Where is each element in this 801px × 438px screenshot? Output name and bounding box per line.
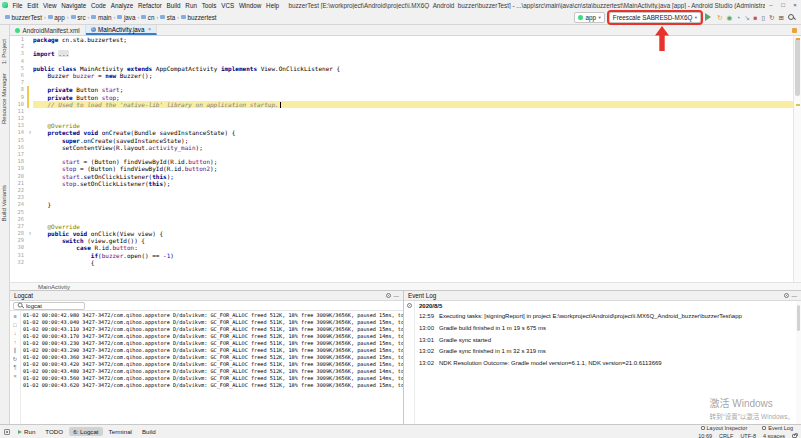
profiler-icon[interactable]: ◔ bbox=[736, 14, 740, 21]
logcat-filter-input[interactable]: logcat bbox=[13, 302, 85, 310]
debug-icon[interactable]: ◉ bbox=[727, 14, 733, 21]
code-line[interactable]: 4 bbox=[10, 58, 793, 65]
code-line[interactable]: 5public class MainActivity extends AppCo… bbox=[10, 65, 793, 72]
code-line[interactable]: 29 switch (view.getId()) { bbox=[10, 237, 793, 244]
tab-mainactivity-java[interactable]: CMainActivity.java× bbox=[86, 25, 158, 35]
tool-button-event-log[interactable]: Event Log bbox=[758, 424, 797, 432]
code-line[interactable]: 25 bbox=[10, 209, 793, 216]
run-configuration-select[interactable]: app ▾ bbox=[574, 12, 605, 23]
apply-changes-icon[interactable]: ↻ bbox=[717, 14, 722, 21]
logcat-output[interactable]: 01-02 00:00:42.980 3427-3472/com.qihoo.a… bbox=[21, 311, 403, 424]
override-icon[interactable]: ↑ bbox=[27, 230, 33, 237]
attach-debugger-icon[interactable]: ↘ bbox=[744, 14, 749, 21]
scroll-to-end-icon[interactable]: ↓ bbox=[14, 330, 17, 336]
code-line[interactable]: 14↑ protected void onCreate(Bundle saved… bbox=[10, 129, 793, 136]
tool-button-build[interactable]: Build bbox=[138, 427, 160, 436]
code-line[interactable]: 30 case R.id.button: bbox=[10, 244, 793, 251]
minimize-icon[interactable]: – bbox=[765, 0, 777, 10]
menu-vcs[interactable]: VCS bbox=[219, 2, 237, 9]
menu-code[interactable]: Code bbox=[89, 2, 109, 9]
menu-tools[interactable]: Tools bbox=[199, 2, 218, 9]
code-line[interactable]: 2 bbox=[10, 43, 793, 50]
code-line[interactable]: 20 start.setOnClickListener(this); bbox=[10, 173, 793, 180]
code-line[interactable]: 19 stop = (Button) findViewById(R.id.but… bbox=[10, 165, 793, 172]
code-line[interactable]: 16 setContentView(R.layout.activity_main… bbox=[10, 144, 793, 151]
breadcrumb-item[interactable]: java bbox=[116, 14, 136, 21]
code-line[interactable]: 24 } bbox=[10, 201, 793, 208]
scrollbar-thumb[interactable] bbox=[795, 38, 800, 96]
restart-icon[interactable]: ↻ bbox=[13, 356, 18, 362]
editor-scrollbar[interactable] bbox=[793, 36, 801, 282]
code-line[interactable]: 11 bbox=[10, 108, 793, 115]
breadcrumb-item[interactable]: sta bbox=[159, 14, 176, 21]
tool-button-terminal[interactable]: Terminal bbox=[105, 427, 136, 436]
code-line[interactable]: 28↑ public void onClick(View view) { bbox=[10, 230, 793, 237]
menu-help[interactable]: Help bbox=[264, 2, 282, 9]
scrollbar-thumb[interactable] bbox=[797, 305, 800, 331]
menu-window[interactable]: Window bbox=[237, 2, 264, 9]
breadcrumb-item[interactable]: cn bbox=[140, 14, 155, 21]
sync-project-icon[interactable]: ↻ bbox=[769, 14, 774, 21]
code-line[interactable]: 3import ... bbox=[10, 50, 793, 57]
code-area[interactable]: 1package cn.sta.buzzertest;23import ...4… bbox=[10, 36, 793, 282]
device-manager-icon[interactable]: ▯ bbox=[762, 14, 766, 21]
tool-stripe-1-project[interactable]: 1: Project bbox=[1, 39, 7, 64]
code-line[interactable]: 7 bbox=[10, 79, 793, 86]
code-line[interactable]: 32 { bbox=[10, 259, 793, 266]
hide-panel-icon[interactable]: — bbox=[394, 293, 400, 299]
close-icon[interactable]: × bbox=[148, 26, 151, 32]
event-log-settings-icon[interactable] bbox=[407, 303, 412, 308]
tool-button-6-logcat[interactable]: 6: Logcat bbox=[69, 427, 102, 436]
event-log-entries[interactable]: 2020/8/5 12:59Executing tasks: [signingR… bbox=[415, 301, 796, 424]
code-line[interactable]: 26 bbox=[10, 216, 793, 223]
menu-navigate[interactable]: Navigate bbox=[59, 2, 89, 9]
code-line[interactable]: 6 Buzzer buzzer = new Buzzer(); bbox=[10, 72, 793, 79]
file-encoding[interactable]: UTF-8 bbox=[740, 433, 756, 438]
snapshot-icon[interactable]: □ bbox=[13, 322, 16, 328]
clear-logcat-icon[interactable]: × bbox=[13, 373, 16, 379]
code-line[interactable]: 23 bbox=[10, 194, 793, 201]
breadcrumb-class[interactable]: MainActivity bbox=[38, 284, 70, 290]
tool-button-run[interactable]: Run bbox=[14, 427, 39, 436]
menu-view[interactable]: View bbox=[41, 2, 59, 9]
caret-position[interactable]: 10:69 bbox=[698, 433, 712, 438]
menu-refactor[interactable]: Refactor bbox=[136, 2, 165, 9]
settings-icon[interactable] bbox=[386, 293, 391, 298]
code-line[interactable]: 21 stop.setOnClickListener(this); bbox=[10, 180, 793, 187]
menu-edit[interactable]: Edit bbox=[25, 2, 41, 9]
code-line[interactable]: 17 bbox=[10, 151, 793, 158]
tab-androidmanifest-xml[interactable]: AndroidManifest.xml bbox=[10, 25, 86, 35]
hide-panel-icon[interactable]: — bbox=[792, 293, 798, 299]
code-line[interactable]: 31 if(buzzer.open() == -1) bbox=[10, 252, 793, 259]
breadcrumb-item[interactable]: app bbox=[47, 14, 66, 21]
code-line[interactable]: 10 // Used to load the 'native-lib' libr… bbox=[10, 101, 793, 108]
tool-stripe-resource-manager[interactable]: Resource Manager bbox=[1, 73, 7, 124]
line-ending[interactable]: CRLF bbox=[719, 433, 733, 438]
event-log-scrollbar[interactable] bbox=[796, 301, 801, 424]
code-line[interactable]: 9 private Button stop; bbox=[10, 94, 793, 101]
settings-icon[interactable] bbox=[784, 293, 789, 298]
indent-size[interactable]: 4 spaces bbox=[763, 433, 785, 438]
code-line[interactable]: 22 bbox=[10, 187, 793, 194]
menu-file[interactable]: File bbox=[10, 2, 25, 9]
breadcrumb-item[interactable]: buzzertest bbox=[180, 14, 218, 21]
settings-icon[interactable]: ≡ bbox=[13, 313, 16, 319]
breadcrumb-item[interactable]: main bbox=[90, 14, 112, 21]
menu-run[interactable]: Run bbox=[183, 2, 199, 9]
tool-button-todo[interactable]: TODO bbox=[41, 427, 67, 436]
code-editor[interactable]: 1package cn.sta.buzzertest;23import ...4… bbox=[10, 36, 801, 282]
target-device-select[interactable]: Freescale SABRESD-MX6Q ▾ bbox=[609, 12, 701, 23]
code-line[interactable]: 8 private Button start; bbox=[10, 86, 793, 93]
up-the-stack-trace-icon[interactable]: ↑ bbox=[14, 339, 17, 345]
pause-icon[interactable]: ∥ bbox=[14, 347, 17, 353]
code-line[interactable]: 18 start = (Button) findViewById(R.id.bu… bbox=[10, 158, 793, 165]
tool-stripe-build-variants[interactable]: Build Variants bbox=[1, 185, 7, 222]
code-line[interactable]: 13 @Override bbox=[10, 122, 793, 129]
search-icon[interactable] bbox=[788, 14, 795, 21]
soft-wrap-icon[interactable]: ¶ bbox=[14, 364, 17, 370]
inspections-indicator-icon[interactable] bbox=[792, 28, 797, 33]
code-line[interactable]: 27 @Override bbox=[10, 223, 793, 230]
stop-icon[interactable]: ■ bbox=[754, 14, 758, 21]
code-line[interactable]: 15 super.onCreate(savedInstanceState); bbox=[10, 137, 793, 144]
code-line[interactable]: 12 bbox=[10, 115, 793, 122]
